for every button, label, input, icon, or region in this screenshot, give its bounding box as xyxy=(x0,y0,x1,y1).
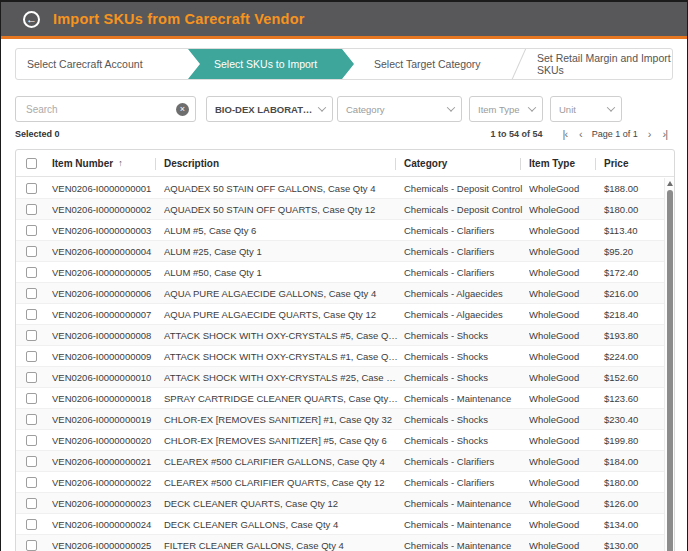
cell-price: $113.40 xyxy=(604,225,664,236)
cell-item-number: VEN0206-I0000000025 xyxy=(52,540,164,551)
cell-description: CLEAREX #500 CLARIFIER GALLONS, Case Qty… xyxy=(164,456,404,467)
prev-page-icon[interactable]: ‹ xyxy=(579,129,582,140)
cell-category: Chemicals - Clarifiers xyxy=(404,267,529,278)
table-row[interactable]: VEN0206-I0000000023DECK CLEANER QUARTS, … xyxy=(16,493,664,514)
row-checkbox[interactable] xyxy=(26,477,37,488)
table-row[interactable]: VEN0206-I0000000002AQUADEX 50 STAIN OFF … xyxy=(16,199,664,220)
scroll-up-icon[interactable] xyxy=(667,181,673,186)
table-row[interactable]: VEN0206-I0000000019CHLOR-EX [REMOVES SAN… xyxy=(16,409,664,430)
cell-description: AQUA PURE ALGAECIDE GALLONS, Case Qty 4 xyxy=(164,288,404,299)
table-row[interactable]: VEN0206-I0000000007AQUA PURE ALGAECIDE Q… xyxy=(16,304,664,325)
table-row[interactable]: VEN0206-I0000000003ALUM #5, Case Qty 6Ch… xyxy=(16,220,664,241)
table-row[interactable]: VEN0206-I0000000010ATTACK SHOCK WITH OXY… xyxy=(16,367,664,388)
column-header-price[interactable]: Price xyxy=(604,150,664,176)
row-checkbox[interactable] xyxy=(26,204,37,215)
cell-category: Chemicals - Clarifiers xyxy=(404,477,529,488)
category-select[interactable]: Category xyxy=(337,96,462,122)
cell-item-type: WholeGood xyxy=(529,288,604,299)
cell-price: $216.00 xyxy=(604,288,664,299)
sku-table: Item Number ↑ Description Category Item … xyxy=(15,149,675,551)
cell-description: ATTACK SHOCK WITH OXY-CRYSTALS #25, Case… xyxy=(164,372,404,383)
step-set-retail-margin[interactable]: Set Retail Margin and Import SKUs xyxy=(527,49,672,79)
cell-category: Chemicals - Clarifiers xyxy=(404,246,529,257)
cell-item-number: VEN0206-I0000000020 xyxy=(52,435,164,446)
cell-item-number: VEN0206-I0000000021 xyxy=(52,456,164,467)
cell-item-number: VEN0206-I0000000008 xyxy=(52,330,164,341)
table-row[interactable]: VEN0206-I0000000018SPRAY CARTRIDGE CLEAN… xyxy=(16,388,664,409)
step-select-carecraft-account[interactable]: Select Carecraft Account xyxy=(16,49,188,79)
scrollbar-thumb[interactable] xyxy=(667,190,673,551)
cell-price: $126.00 xyxy=(604,498,664,509)
table-row[interactable]: VEN0206-I0000000001AQUADEX 50 STAIN OFF … xyxy=(16,178,664,199)
cell-item-type: WholeGood xyxy=(529,204,604,215)
cell-item-number: VEN0206-I0000000019 xyxy=(52,414,164,425)
table-row[interactable]: VEN0206-I0000000006AQUA PURE ALGAECIDE G… xyxy=(16,283,664,304)
step-select-target-category[interactable]: Select Target Category xyxy=(354,49,509,79)
clear-search-icon[interactable]: × xyxy=(176,103,189,116)
cell-description: FILTER CLEANER GALLONS, Case Qty 4 xyxy=(164,540,404,551)
row-checkbox[interactable] xyxy=(26,288,37,299)
last-page-icon[interactable]: ›| xyxy=(662,129,667,140)
table-row[interactable]: VEN0206-I0000000008ATTACK SHOCK WITH OXY… xyxy=(16,325,664,346)
header-bar: ← Import SKUs from Carecraft Vendor xyxy=(1,2,687,39)
cell-category: Chemicals - Shocks xyxy=(404,435,529,446)
row-checkbox[interactable] xyxy=(26,183,37,194)
row-checkbox[interactable] xyxy=(26,540,37,551)
row-checkbox[interactable] xyxy=(26,246,37,257)
next-page-icon[interactable]: › xyxy=(648,129,651,140)
cell-item-number: VEN0206-I0000000003 xyxy=(52,225,164,236)
row-checkbox[interactable] xyxy=(26,372,37,383)
column-header-description[interactable]: Description xyxy=(164,150,404,176)
cell-item-number: VEN0206-I0000000018 xyxy=(52,393,164,404)
row-checkbox[interactable] xyxy=(26,456,37,467)
row-range-text: 1 to 54 of 54 xyxy=(491,129,543,139)
select-all-checkbox[interactable] xyxy=(26,158,37,169)
cell-price: $95.20 xyxy=(604,246,664,257)
column-header-item-number[interactable]: Item Number ↑ xyxy=(52,150,164,176)
cell-item-number: VEN0206-I0000000007 xyxy=(52,309,164,320)
row-checkbox[interactable] xyxy=(26,435,37,446)
step-divider xyxy=(509,49,527,79)
cell-price: $224.00 xyxy=(604,351,664,362)
row-checkbox[interactable] xyxy=(26,393,37,404)
cell-category: Chemicals - Shocks xyxy=(404,414,529,425)
row-checkbox[interactable] xyxy=(26,330,37,341)
row-checkbox[interactable] xyxy=(26,309,37,320)
back-button[interactable]: ← xyxy=(23,11,40,28)
chevron-down-icon xyxy=(447,103,455,111)
cell-price: $184.00 xyxy=(604,456,664,467)
cell-item-type: WholeGood xyxy=(529,246,604,257)
vertical-scrollbar[interactable] xyxy=(664,178,674,551)
row-checkbox[interactable] xyxy=(26,414,37,425)
vendor-select[interactable]: BIO-DEX LABORATORIES - ... xyxy=(206,96,333,122)
table-row[interactable]: VEN0206-I0000000009ATTACK SHOCK WITH OXY… xyxy=(16,346,664,367)
row-checkbox[interactable] xyxy=(26,519,37,530)
search-input[interactable] xyxy=(24,103,176,116)
cell-item-number: VEN0206-I0000000010 xyxy=(52,372,164,383)
table-row[interactable]: VEN0206-I0000000005ALUM #50, Case Qty 1C… xyxy=(16,262,664,283)
sort-ascending-icon: ↑ xyxy=(118,158,123,168)
table-row[interactable]: VEN0206-I0000000021CLEAREX #500 CLARIFIE… xyxy=(16,451,664,472)
step-label: Select Carecraft Account xyxy=(27,58,143,70)
item-type-select[interactable]: Item Type xyxy=(469,96,543,122)
column-header-category[interactable]: Category xyxy=(404,150,529,176)
table-row[interactable]: VEN0206-I0000000024DECK CLEANER GALLONS,… xyxy=(16,514,664,535)
cell-item-type: WholeGood xyxy=(529,309,604,320)
row-checkbox[interactable] xyxy=(26,498,37,509)
table-row[interactable]: VEN0206-I0000000020CHLOR-EX [REMOVES SAN… xyxy=(16,430,664,451)
table-row[interactable]: VEN0206-I0000000004ALUM #25, Case Qty 1C… xyxy=(16,241,664,262)
unit-select[interactable]: Unit xyxy=(550,96,622,122)
cell-price: $180.00 xyxy=(604,477,664,488)
table-row[interactable]: VEN0206-I0000000022CLEAREX #500 CLARIFIE… xyxy=(16,472,664,493)
table-row[interactable]: VEN0206-I0000000025FILTER CLEANER GALLON… xyxy=(16,535,664,551)
cell-price: $230.40 xyxy=(604,414,664,425)
column-header-item-type[interactable]: Item Type xyxy=(529,150,604,176)
step-select-skus-to-import[interactable]: Select SKUs to Import xyxy=(188,49,354,79)
cell-description: CHLOR-EX [REMOVES SANITIZER] #5, Case Qt… xyxy=(164,435,404,446)
row-checkbox[interactable] xyxy=(26,351,37,362)
cell-item-type: WholeGood xyxy=(529,393,604,404)
row-checkbox[interactable] xyxy=(26,225,37,236)
row-checkbox[interactable] xyxy=(26,267,37,278)
cell-item-number: VEN0206-I0000000023 xyxy=(52,498,164,509)
first-page-icon[interactable]: |‹ xyxy=(563,129,568,140)
